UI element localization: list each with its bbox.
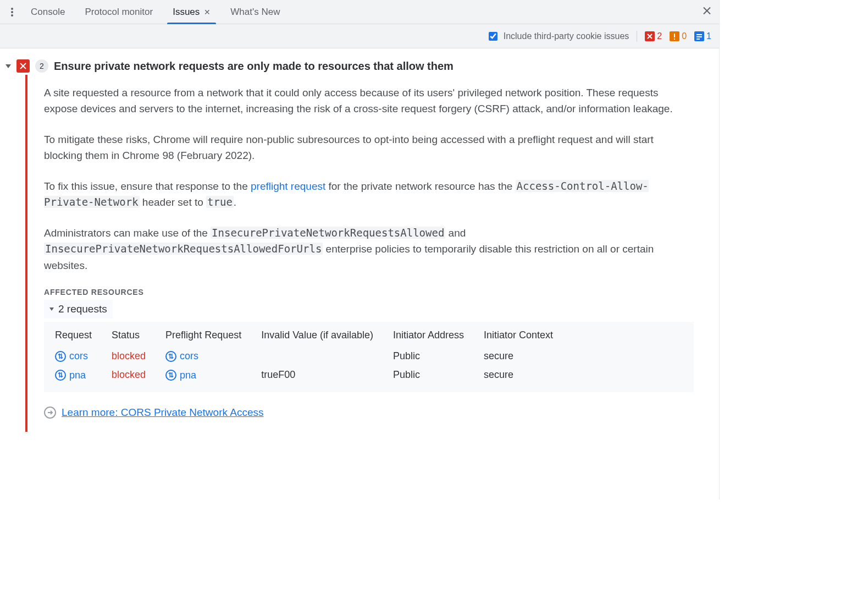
arrow-right-circle-icon bbox=[44, 407, 56, 419]
issues-body[interactable]: 2 Ensure private network requests are on… bbox=[0, 48, 719, 499]
network-icon: ⇅ bbox=[165, 351, 176, 362]
error-icon bbox=[16, 59, 30, 73]
toolbar-separator bbox=[637, 31, 637, 42]
error-badge-icon bbox=[645, 31, 655, 41]
initaddr-cell: Public bbox=[383, 365, 474, 385]
svg-rect-12 bbox=[696, 39, 700, 40]
col-status: Status bbox=[102, 326, 156, 347]
col-request: Request bbox=[45, 326, 102, 347]
expand-triangle-icon[interactable] bbox=[5, 64, 11, 68]
issue-header-row[interactable]: 2 Ensure private network requests are on… bbox=[0, 48, 719, 75]
warning-badge-icon bbox=[670, 31, 679, 41]
issue-title: Ensure private network requests are only… bbox=[54, 60, 454, 73]
svg-point-1 bbox=[11, 11, 13, 13]
initctx-cell: secure bbox=[474, 365, 563, 385]
network-icon: ⇅ bbox=[55, 351, 66, 362]
col-initctx: Initiator Context bbox=[474, 326, 563, 347]
request-link[interactable]: ⇅cors bbox=[55, 350, 88, 362]
issue-paragraph-3: To fix this issue, ensure that response … bbox=[44, 178, 694, 211]
preflight-link[interactable]: ⇅pna bbox=[165, 370, 196, 381]
tab-issues[interactable]: Issues ✕ bbox=[163, 0, 220, 24]
learn-more-row: Learn more: CORS Private Network Access bbox=[44, 407, 694, 419]
svg-rect-7 bbox=[674, 34, 675, 37]
svg-rect-11 bbox=[696, 36, 702, 37]
table-row: ⇅pna blocked ⇅pna trueF00 Public secure bbox=[45, 365, 563, 385]
error-count-value: 2 bbox=[657, 31, 662, 41]
request-link[interactable]: ⇅pna bbox=[55, 370, 86, 381]
initaddr-cell: Public bbox=[383, 347, 474, 366]
tab-console[interactable]: Console bbox=[21, 0, 75, 24]
tab-issues-label: Issues bbox=[173, 0, 200, 24]
issue-paragraph-1: A site requested a resource from a netwo… bbox=[44, 85, 694, 117]
tab-bar: Console Protocol monitor Issues ✕ What's… bbox=[0, 0, 719, 24]
network-icon: ⇅ bbox=[165, 370, 176, 381]
warning-count-value: 0 bbox=[682, 31, 687, 41]
policy-1-code: InsecurePrivateNetworkRequestsAllowed bbox=[211, 227, 445, 239]
include-third-party-input[interactable] bbox=[489, 32, 497, 41]
preflight-request-link[interactable]: preflight request bbox=[251, 180, 325, 192]
close-panel-button[interactable] bbox=[700, 4, 714, 20]
svg-rect-8 bbox=[674, 39, 675, 40]
col-invalid: Invalid Value (if available) bbox=[251, 326, 383, 347]
invalid-cell: trueF00 bbox=[251, 365, 383, 385]
header-value-code: true bbox=[206, 196, 234, 208]
issue-paragraph-2: To mitigate these risks, Chrome will req… bbox=[44, 131, 694, 164]
requests-table-container: Request Status Preflight Request Invalid… bbox=[44, 322, 694, 392]
tab-whats-new[interactable]: What's New bbox=[220, 0, 290, 24]
info-count-value: 1 bbox=[706, 31, 711, 41]
info-badge-icon bbox=[694, 31, 704, 41]
requests-toggle-label: 2 requests bbox=[58, 303, 107, 315]
tab-close-icon[interactable]: ✕ bbox=[204, 0, 211, 24]
col-initaddr: Initiator Address bbox=[383, 326, 474, 347]
learn-more-link[interactable]: Learn more: CORS Private Network Access bbox=[62, 407, 263, 419]
network-icon: ⇅ bbox=[55, 370, 66, 381]
tab-protocol-monitor[interactable]: Protocol monitor bbox=[75, 0, 163, 24]
svg-point-2 bbox=[11, 14, 13, 17]
table-row: ⇅cors blocked ⇅cors Public secure bbox=[45, 347, 563, 366]
status-cell: blocked bbox=[102, 365, 156, 385]
preflight-link[interactable]: ⇅cors bbox=[165, 350, 198, 362]
affected-resources-label: AFFECTED RESOURCES bbox=[44, 288, 694, 296]
issue-body: A site requested a resource from a netwo… bbox=[25, 75, 707, 432]
issue-paragraph-4: Administrators can make use of the Insec… bbox=[44, 225, 694, 273]
warning-count-badge[interactable]: 0 bbox=[670, 31, 687, 41]
svg-rect-10 bbox=[696, 34, 702, 35]
policy-2-code: InsecurePrivateNetworkRequestsAllowedFor… bbox=[44, 243, 323, 255]
issues-toolbar: Include third-party cookie issues 2 0 1 bbox=[0, 24, 719, 48]
issue-count-pill: 2 bbox=[35, 59, 48, 73]
requests-table: Request Status Preflight Request Invalid… bbox=[45, 326, 563, 385]
invalid-cell bbox=[251, 347, 383, 366]
initctx-cell: secure bbox=[474, 347, 563, 366]
include-third-party-checkbox[interactable]: Include third-party cookie issues bbox=[486, 30, 629, 42]
status-cell: blocked bbox=[102, 347, 156, 366]
more-tabs-button[interactable] bbox=[3, 3, 21, 21]
requests-toggle[interactable]: 2 requests bbox=[44, 300, 113, 319]
col-preflight: Preflight Request bbox=[156, 326, 251, 347]
error-count-badge[interactable]: 2 bbox=[645, 31, 662, 41]
svg-point-0 bbox=[11, 8, 13, 10]
info-count-badge[interactable]: 1 bbox=[694, 31, 711, 41]
requests-triangle-icon bbox=[49, 308, 54, 311]
include-third-party-label: Include third-party cookie issues bbox=[504, 31, 629, 41]
